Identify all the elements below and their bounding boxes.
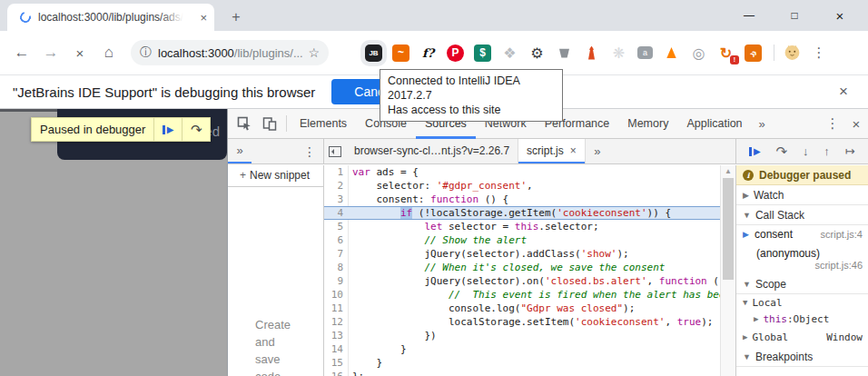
step-into-icon[interactable]: ↓ — [803, 145, 809, 157]
line-number[interactable]: 5 — [324, 220, 348, 233]
cash-icon[interactable]: $ — [474, 45, 491, 62]
line-number[interactable]: 9 — [324, 274, 348, 288]
bookmark-star-icon[interactable]: ☆ — [308, 45, 320, 60]
code-line[interactable]: 3 consent: function () { — [324, 193, 720, 206]
site-info-icon[interactable]: ⓘ — [140, 45, 152, 61]
code-line[interactable]: 5 let selector = this.selector; — [324, 220, 720, 233]
navigator-menu-icon[interactable]: ⋮ — [303, 144, 316, 159]
file-tabs-overflow[interactable]: » — [586, 139, 609, 163]
tab-close-icon[interactable]: × — [200, 12, 207, 24]
code-line[interactable]: 6 // Show the alert — [324, 233, 720, 247]
code-line[interactable]: 4 if (!localStorage.getItem('cookieconse… — [324, 206, 720, 220]
line-number[interactable]: 7 — [324, 247, 348, 261]
code-line[interactable]: 1var ads = { — [324, 165, 720, 179]
analytics-icon[interactable]: ~ — [392, 45, 409, 62]
extension-tooltip: Connected to IntelliJ IDEA 2017.2.7 Has … — [380, 69, 563, 122]
step-over-button[interactable]: ↷ — [182, 118, 210, 141]
watch-section-header[interactable]: ▶ Watch — [736, 185, 868, 205]
bucket-icon[interactable] — [556, 45, 573, 62]
collapse-navigator-icon[interactable] — [324, 139, 346, 163]
resume-script-icon[interactable]: ▶ — [749, 147, 760, 156]
window-maximize-button[interactable]: □ — [781, 9, 808, 22]
line-number[interactable]: 14 — [324, 342, 348, 356]
window-minimize-button[interactable]: — — [735, 9, 763, 22]
stop-button[interactable]: × — [65, 45, 94, 61]
call-stack-frame[interactable]: (anonymous)script.js:46 — [736, 243, 868, 274]
file-tab-close-icon[interactable]: × — [570, 139, 577, 163]
line-number[interactable]: 1 — [324, 165, 348, 179]
line-number[interactable]: 11 — [324, 302, 348, 315]
line-number[interactable]: 12 — [324, 315, 348, 329]
call-stack-section-header[interactable]: ▼ Call Stack — [736, 205, 868, 225]
gear-icon[interactable]: ⚙ — [528, 45, 546, 62]
code-line[interactable]: 12 localStorage.setItem('cookieconsent',… — [324, 315, 720, 329]
tab-elements[interactable]: Elements — [291, 109, 356, 139]
profile-avatar[interactable] — [784, 45, 801, 62]
editor-scrollbar[interactable]: ▲ — [720, 165, 735, 376]
code-line[interactable]: 15 } — [324, 356, 720, 370]
code-line[interactable]: 7 jQuery(selector).addClass('show'); — [324, 247, 720, 261]
file-tab-browser-sync-cl-nt-js-v-2-26-7[interactable]: browser-sync-cl…nt.js?v=2.26.7 — [346, 139, 518, 163]
inspect-element-icon[interactable] — [232, 116, 257, 131]
scrollbar-thumb[interactable] — [723, 178, 734, 280]
code-line[interactable]: 8 // When it's closed, we save the conse… — [324, 261, 720, 274]
scope-global-row[interactable]: ▶ Global Window — [736, 327, 868, 347]
mathjax-icon[interactable]: f? — [419, 45, 437, 62]
code-line[interactable]: 2 selector: '#gdpr_consent', — [324, 179, 720, 193]
code-line[interactable]: 13 }) — [324, 329, 720, 342]
new-snippet-button[interactable]: +New snippet — [228, 165, 323, 187]
forward-button[interactable]: → — [36, 44, 65, 62]
line-number[interactable]: 8 — [324, 261, 348, 274]
scope-section-header[interactable]: ▼ Scope — [736, 274, 868, 294]
new-tab-button[interactable]: + — [225, 7, 247, 27]
step-over-icon[interactable]: ↷ — [775, 145, 787, 157]
tab-application[interactable]: Application — [677, 109, 751, 139]
devtools-menu-icon[interactable]: ⋮ — [821, 115, 844, 132]
line-number[interactable]: 13 — [324, 329, 348, 342]
line-number[interactable]: 3 — [324, 193, 348, 206]
code-line[interactable]: 16}; — [324, 370, 720, 376]
line-number[interactable]: 10 — [324, 288, 348, 302]
reload-error-icon[interactable]: ↻! — [717, 45, 735, 62]
code-line[interactable]: 10 // This event is fired when the alert… — [324, 288, 720, 302]
infobar-close-icon[interactable]: × — [839, 83, 848, 101]
address-bar[interactable]: ⓘ localhost:3000/lib/plugins/... ☆ — [131, 40, 329, 65]
pinterest-icon[interactable]: P — [447, 45, 464, 62]
line-number[interactable]: 16 — [324, 370, 348, 376]
code-line[interactable]: 11 console.log("Gdpr was closed"); — [324, 302, 720, 315]
code-editor[interactable]: 1var ads = {2 selector: '#gdpr_consent',… — [324, 165, 735, 376]
file-tab-script-js[interactable]: script.js× — [518, 139, 586, 163]
code-line[interactable]: 9 jQuery(selector).on('closed.bs.alert',… — [324, 274, 720, 288]
line-number[interactable]: 6 — [324, 233, 348, 247]
line-number[interactable]: 4 — [324, 206, 348, 220]
rss-icon[interactable]: » — [745, 45, 762, 62]
step-icon[interactable]: ↦ — [845, 145, 855, 157]
scrollbar-up-arrow[interactable]: ▲ — [721, 165, 735, 178]
resume-script-button[interactable]: ▶ — [153, 118, 182, 141]
line-number[interactable]: 15 — [324, 356, 348, 370]
chat-bubble-icon[interactable]: a — [637, 46, 653, 59]
orbit-icon[interactable]: ◎ — [690, 45, 707, 62]
clover-icon[interactable]: ❖ — [501, 45, 518, 62]
jetbrains-ide-support-icon[interactable]: JB — [365, 45, 382, 62]
vlc-cone-icon[interactable] — [663, 45, 680, 62]
step-out-icon[interactable]: ↑ — [824, 145, 830, 157]
browser-tab[interactable]: localhost:3000/lib/plugins/ads/ht × — [7, 4, 214, 31]
browser-menu-icon[interactable]: ⋮ — [808, 45, 830, 61]
window-close-button[interactable]: × — [826, 8, 853, 24]
tab-memory[interactable]: Memory — [618, 109, 677, 139]
back-button[interactable]: ← — [7, 44, 36, 62]
navigator-tabs-overflow[interactable]: » — [228, 139, 252, 163]
breakpoints-section-header[interactable]: ▼ Breakpoints — [736, 347, 868, 367]
devtools-tabs-overflow[interactable]: » — [752, 117, 773, 131]
device-toolbar-icon[interactable] — [257, 116, 282, 131]
scope-local-row[interactable]: ▼ Local — [736, 294, 868, 311]
code-line[interactable]: 14 } — [324, 342, 720, 356]
home-button[interactable]: ⌂ — [94, 44, 123, 62]
devtools-close-icon[interactable]: × — [844, 116, 868, 132]
scope-this-row[interactable]: ▶ this: Object — [736, 311, 868, 327]
flower-icon[interactable]: ❋ — [610, 45, 627, 62]
call-stack-frame[interactable]: ▶consentscript.js:4 — [736, 225, 868, 243]
lighthouse-icon[interactable] — [583, 45, 600, 62]
line-number[interactable]: 2 — [324, 179, 348, 193]
